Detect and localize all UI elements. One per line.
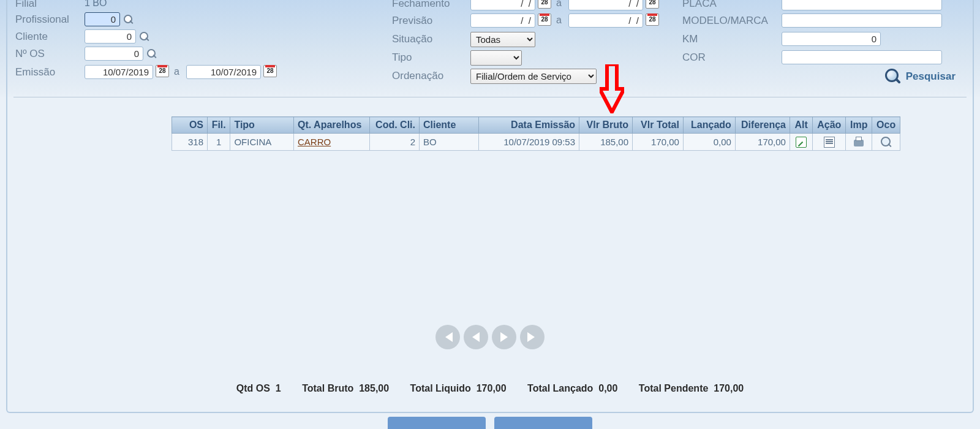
liq-label: Total Liquido [410, 383, 471, 393]
liq-value: 170,00 [477, 383, 507, 393]
cliente-search-icon[interactable] [140, 32, 149, 42]
pager-last-button[interactable] [520, 325, 545, 349]
nos-search-icon[interactable] [147, 49, 157, 59]
ordenacao-label: Ordenação [392, 70, 443, 82]
profissional-input[interactable] [85, 12, 120, 26]
qtd-label: Qtd OS [236, 383, 270, 393]
modelo-input[interactable] [782, 13, 942, 28]
pend-label: Total Pendente [639, 383, 709, 393]
th-data: Data Emissão [479, 117, 579, 134]
fechamento-label: Fechamento [392, 0, 450, 10]
th-imp: Imp [846, 117, 872, 134]
search-icon [885, 69, 901, 85]
pager-first-button[interactable] [435, 325, 460, 349]
cell-dif: 170,00 [735, 134, 790, 151]
th-cod: Cod. Cli. [370, 117, 420, 134]
pager-next-button[interactable] [492, 325, 516, 349]
magnifier-icon[interactable] [881, 137, 892, 148]
footer-button-2[interactable] [494, 417, 592, 429]
filial-label: Filial [15, 0, 37, 10]
cell-alt[interactable] [790, 134, 812, 151]
th-os: OS [172, 117, 208, 134]
profissional-search-icon[interactable] [124, 15, 134, 25]
profissional-label: Profissional [15, 13, 69, 26]
th-cliente: Cliente [420, 117, 479, 134]
fechamento-ate-input[interactable] [568, 0, 643, 10]
cell-oco[interactable] [872, 134, 900, 151]
placa-input[interactable] [782, 0, 942, 10]
cell-bruto: 185,00 [579, 134, 633, 151]
cell-qt[interactable]: CARRO [294, 134, 370, 151]
totals-bar: Qtd OS 1 Total Bruto 185,00 Total Liquid… [0, 383, 980, 394]
ordenacao-select[interactable]: Filial/Ordem de Serviço [470, 69, 597, 84]
edit-icon[interactable] [796, 137, 807, 148]
filial-value: 1 BO [85, 0, 107, 9]
cell-imp[interactable] [846, 134, 872, 151]
th-tipo: Tipo [230, 117, 294, 134]
cliente-label: Cliente [15, 31, 48, 43]
divider [13, 97, 967, 97]
cell-fil: 1 [208, 134, 230, 151]
cell-cliente: BO [420, 134, 479, 151]
results-grid: OS Fil. Tipo Qt. Aparelhos Cod. Cli. Cli… [172, 116, 900, 151]
cell-cod: 2 [370, 134, 420, 151]
km-label: KM [682, 33, 698, 45]
situacao-label: Situação [392, 33, 432, 45]
pesquisar-label: Pesquisar [906, 70, 956, 83]
table-header-row: OS Fil. Tipo Qt. Aparelhos Cod. Cli. Cli… [172, 117, 900, 134]
th-acao: Ação [813, 117, 846, 134]
fechamento-ate-calendar-icon[interactable] [646, 0, 659, 9]
bruto-value: 185,00 [359, 383, 389, 393]
emissao-de-calendar-icon[interactable] [156, 65, 169, 77]
cell-os: 318 [172, 134, 208, 151]
placa-label: PLACA [682, 0, 717, 10]
situacao-select[interactable]: Todas [470, 32, 535, 47]
pager [0, 325, 980, 349]
emissao-sep: a [174, 66, 179, 77]
tipo-label: Tipo [392, 51, 412, 64]
document-icon[interactable] [824, 137, 835, 148]
bruto-label: Total Bruto [302, 383, 353, 393]
table-row: 318 1 OFICINA CARRO 2 BO 10/07/2019 09:5… [172, 134, 900, 151]
cell-data: 10/07/2019 09:53 [479, 134, 579, 151]
th-bruto: Vlr Bruto [579, 117, 633, 134]
qt-link[interactable]: CARRO [298, 137, 331, 147]
th-oco: Oco [872, 117, 900, 134]
previsao-de-calendar-icon[interactable] [538, 13, 551, 26]
th-total: Vlr Total [633, 117, 684, 134]
previsao-ate-calendar-icon[interactable] [646, 13, 659, 26]
th-alt: Alt [790, 117, 812, 134]
emissao-de-input[interactable] [85, 65, 153, 79]
fechamento-de-calendar-icon[interactable] [538, 0, 551, 9]
pager-prev-button[interactable] [464, 325, 488, 349]
fechamento-de-input[interactable] [470, 0, 535, 10]
th-qt: Qt. Aparelhos [294, 117, 370, 134]
emissao-ate-calendar-icon[interactable] [263, 65, 277, 77]
pend-value: 170,00 [714, 383, 744, 393]
pesquisar-button[interactable]: Pesquisar [885, 69, 956, 85]
cor-input[interactable] [782, 50, 942, 64]
nos-input[interactable] [85, 47, 143, 61]
cell-total: 170,00 [633, 134, 684, 151]
previsao-sep: a [556, 15, 562, 26]
km-input[interactable] [782, 32, 881, 46]
th-fil: Fil. [208, 117, 230, 134]
emissao-ate-input[interactable] [186, 65, 261, 79]
filter-panel: Filial 1 BO Profissional Cliente Nº OS E… [0, 0, 980, 98]
footer-button-1[interactable] [388, 417, 486, 429]
print-icon[interactable] [853, 137, 864, 148]
cell-acao[interactable] [813, 134, 846, 151]
footer-buttons [0, 417, 980, 429]
th-dif: Diferença [735, 117, 790, 134]
cliente-input[interactable] [85, 29, 136, 44]
previsao-ate-input[interactable] [568, 13, 643, 28]
previsao-de-input[interactable] [470, 13, 535, 28]
fechamento-sep: a [556, 0, 562, 9]
modelo-label: MODELO/MARCA [682, 15, 768, 27]
nos-label: Nº OS [15, 48, 45, 60]
cell-lancado: 0,00 [683, 134, 735, 151]
cell-tipo: OFICINA [230, 134, 294, 151]
lanc-value: 0,00 [598, 383, 617, 393]
tipo-select[interactable] [470, 50, 522, 66]
emissao-label: Emissão [15, 66, 55, 78]
